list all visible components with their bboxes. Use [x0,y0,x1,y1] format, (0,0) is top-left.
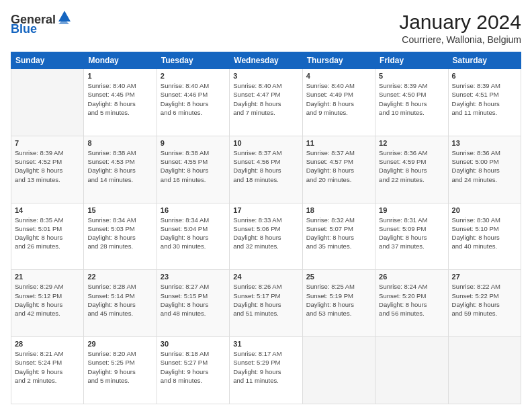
day-info: Sunrise: 8:21 AMSunset: 5:24 PMDaylight:… [15,349,80,385]
calendar-cell [448,337,521,404]
day-number: 8 [87,139,152,147]
header: General Blue January 2024 Courriere, Wal… [11,11,521,45]
day-info: Sunrise: 8:25 AMSunset: 5:19 PMDaylight:… [306,282,371,318]
day-number: 22 [87,273,152,281]
day-number: 6 [452,72,517,80]
calendar-cell: 24Sunrise: 8:26 AMSunset: 5:17 PMDayligh… [230,270,302,337]
day-info: Sunrise: 8:20 AMSunset: 5:25 PMDaylight:… [87,349,152,385]
logo: General Blue [11,13,72,35]
calendar-table: SundayMondayTuesdayWednesdayThursdayFrid… [11,52,521,404]
day-info: Sunrise: 8:24 AMSunset: 5:20 PMDaylight:… [379,282,444,318]
calendar-cell: 14Sunrise: 8:35 AMSunset: 5:01 PMDayligh… [11,203,84,270]
day-number: 31 [233,340,298,348]
day-number: 26 [379,273,444,281]
calendar-cell: 7Sunrise: 8:39 AMSunset: 4:52 PMDaylight… [11,136,84,203]
day-info: Sunrise: 8:40 AMSunset: 4:47 PMDaylight:… [233,81,298,117]
calendar-week-row: 21Sunrise: 8:29 AMSunset: 5:12 PMDayligh… [11,270,521,337]
calendar-week-row: 14Sunrise: 8:35 AMSunset: 5:01 PMDayligh… [11,203,521,270]
day-number: 16 [161,206,226,214]
day-number: 7 [15,139,80,147]
day-info: Sunrise: 8:35 AMSunset: 5:01 PMDaylight:… [15,216,80,251]
calendar-cell: 31Sunrise: 8:17 AMSunset: 5:29 PMDayligh… [230,337,302,404]
day-info: Sunrise: 8:40 AMSunset: 4:45 PMDaylight:… [87,81,152,117]
calendar-cell: 11Sunrise: 8:37 AMSunset: 4:57 PMDayligh… [302,136,375,203]
calendar-cell: 29Sunrise: 8:20 AMSunset: 5:25 PMDayligh… [84,337,157,404]
calendar-cell: 27Sunrise: 8:22 AMSunset: 5:22 PMDayligh… [448,270,521,337]
calendar-cell: 25Sunrise: 8:25 AMSunset: 5:19 PMDayligh… [302,270,375,337]
day-number: 13 [452,139,517,147]
day-number: 29 [87,340,152,348]
title-section: January 2024 Courriere, Wallonia, Belgiu… [399,11,521,45]
calendar-cell: 15Sunrise: 8:34 AMSunset: 5:03 PMDayligh… [84,203,157,270]
day-number: 15 [87,206,152,214]
day-number: 30 [161,340,226,348]
calendar-cell: 23Sunrise: 8:27 AMSunset: 5:15 PMDayligh… [157,270,229,337]
day-number: 9 [161,139,226,147]
day-number: 11 [306,139,371,147]
calendar-cell: 13Sunrise: 8:36 AMSunset: 5:00 PMDayligh… [448,136,521,203]
subtitle: Courriere, Wallonia, Belgium [399,34,521,45]
calendar-cell: 20Sunrise: 8:30 AMSunset: 5:10 PMDayligh… [448,203,521,270]
calendar-day-header: Thursday [302,52,375,69]
day-info: Sunrise: 8:28 AMSunset: 5:14 PMDaylight:… [87,282,152,318]
day-info: Sunrise: 8:34 AMSunset: 5:03 PMDaylight:… [87,216,152,251]
calendar-cell: 8Sunrise: 8:38 AMSunset: 4:53 PMDaylight… [84,136,157,203]
svg-marker-1 [58,21,69,24]
day-info: Sunrise: 8:40 AMSunset: 4:46 PMDaylight:… [161,81,226,117]
calendar-cell: 21Sunrise: 8:29 AMSunset: 5:12 PMDayligh… [11,270,84,337]
calendar-cell: 17Sunrise: 8:33 AMSunset: 5:06 PMDayligh… [230,203,302,270]
day-number: 10 [233,139,298,147]
calendar-cell: 9Sunrise: 8:38 AMSunset: 4:55 PMDaylight… [157,136,229,203]
calendar-cell: 3Sunrise: 8:40 AMSunset: 4:47 PMDaylight… [230,69,302,136]
day-number: 17 [233,206,298,214]
day-number: 18 [306,206,371,214]
calendar-cell: 18Sunrise: 8:32 AMSunset: 5:07 PMDayligh… [302,203,375,270]
day-info: Sunrise: 8:39 AMSunset: 4:51 PMDaylight:… [452,81,517,117]
day-number: 5 [379,72,444,80]
calendar-cell: 26Sunrise: 8:24 AMSunset: 5:20 PMDayligh… [375,270,448,337]
calendar-cell: 10Sunrise: 8:37 AMSunset: 4:56 PMDayligh… [230,136,302,203]
day-number: 20 [452,206,517,214]
calendar-cell [302,337,375,404]
calendar-cell [11,69,84,136]
calendar-day-header: Sunday [11,52,84,69]
day-info: Sunrise: 8:36 AMSunset: 4:59 PMDaylight:… [379,148,444,184]
day-number: 1 [87,72,152,80]
main-title: January 2024 [399,11,521,33]
day-info: Sunrise: 8:18 AMSunset: 5:27 PMDaylight:… [161,349,226,385]
day-number: 12 [379,139,444,147]
day-info: Sunrise: 8:29 AMSunset: 5:12 PMDaylight:… [15,282,80,318]
day-info: Sunrise: 8:33 AMSunset: 5:06 PMDaylight:… [233,216,298,251]
day-number: 25 [306,273,371,281]
day-info: Sunrise: 8:34 AMSunset: 5:04 PMDaylight:… [161,216,226,251]
day-info: Sunrise: 8:38 AMSunset: 4:55 PMDaylight:… [161,148,226,184]
calendar-cell: 6Sunrise: 8:39 AMSunset: 4:51 PMDaylight… [448,69,521,136]
day-info: Sunrise: 8:27 AMSunset: 5:15 PMDaylight:… [161,282,226,318]
calendar-day-header: Monday [84,52,157,69]
calendar-cell: 30Sunrise: 8:18 AMSunset: 5:27 PMDayligh… [157,337,229,404]
day-number: 19 [379,206,444,214]
logo-blue: Blue [11,23,37,35]
day-info: Sunrise: 8:32 AMSunset: 5:07 PMDaylight:… [306,216,371,251]
calendar-cell: 12Sunrise: 8:36 AMSunset: 4:59 PMDayligh… [375,136,448,203]
calendar-day-header: Saturday [448,52,521,69]
day-info: Sunrise: 8:36 AMSunset: 5:00 PMDaylight:… [452,148,517,184]
day-info: Sunrise: 8:22 AMSunset: 5:22 PMDaylight:… [452,282,517,318]
day-info: Sunrise: 8:40 AMSunset: 4:49 PMDaylight:… [306,81,371,117]
calendar-day-header: Tuesday [157,52,229,69]
calendar-cell: 22Sunrise: 8:28 AMSunset: 5:14 PMDayligh… [84,270,157,337]
day-number: 14 [15,206,80,214]
day-number: 24 [233,273,298,281]
calendar-cell: 4Sunrise: 8:40 AMSunset: 4:49 PMDaylight… [302,69,375,136]
page: General Blue January 2024 Courriere, Wal… [0,0,532,411]
calendar-cell: 1Sunrise: 8:40 AMSunset: 4:45 PMDaylight… [84,69,157,136]
day-number: 27 [452,273,517,281]
calendar-day-header: Friday [375,52,448,69]
logo-icon [57,9,72,24]
svg-marker-0 [58,11,71,21]
day-info: Sunrise: 8:30 AMSunset: 5:10 PMDaylight:… [452,216,517,251]
calendar-cell: 2Sunrise: 8:40 AMSunset: 4:46 PMDaylight… [157,69,229,136]
calendar-cell: 16Sunrise: 8:34 AMSunset: 5:04 PMDayligh… [157,203,229,270]
calendar-cell [375,337,448,404]
day-number: 3 [233,72,298,80]
